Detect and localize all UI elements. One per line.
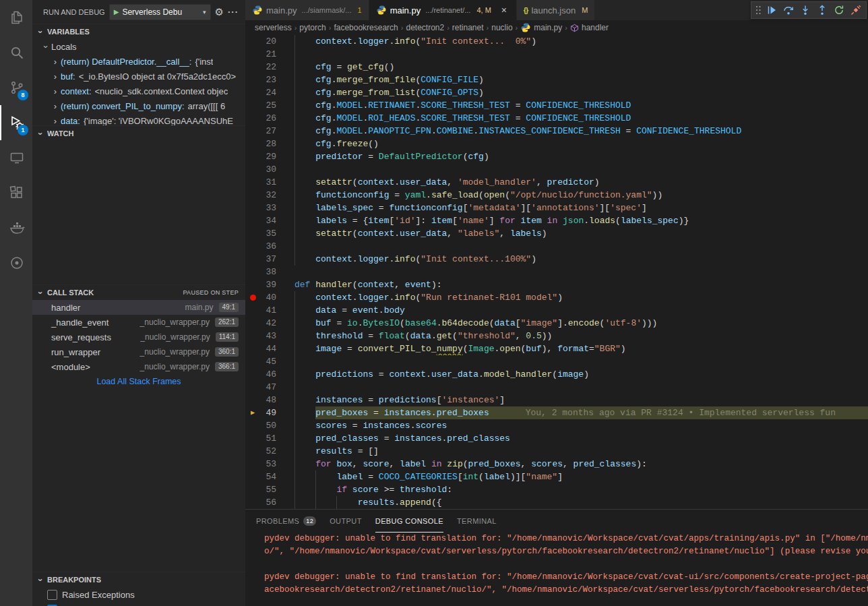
close-icon[interactable]: × — [499, 5, 509, 16]
gutter-glyph[interactable]: ▶ — [245, 410, 260, 417]
code-text[interactable]: cfg = get_cfg() — [276, 61, 868, 73]
code-text[interactable] — [276, 48, 868, 61]
code-text[interactable]: scores = instances.scores — [276, 419, 868, 432]
variable-row[interactable]: ›context:<nuclio_sdk.context.Context obj… — [32, 84, 245, 98]
code-text[interactable] — [276, 355, 868, 368]
debug-restart-button[interactable] — [831, 2, 847, 18]
code-line-45[interactable]: 45 — [245, 355, 868, 368]
code-text[interactable]: results = [] — [276, 445, 868, 458]
code-text[interactable] — [276, 266, 868, 278]
code-text[interactable]: threshold = float(data.get("threshold", … — [276, 330, 868, 342]
code-line-52[interactable]: 52 results = [] — [245, 445, 868, 458]
code-line-37[interactable]: 37 context.logger.info("Init context...1… — [245, 253, 868, 266]
breadcrumb-item[interactable]: detectron2 — [406, 23, 444, 32]
panel-tab-terminal[interactable]: TERMINAL — [457, 510, 497, 533]
code-text[interactable]: labels = {item['id']: item['name'] for i… — [276, 214, 868, 227]
editor-tab-3[interactable]: {}launch.jsonM — [517, 0, 596, 20]
activity-item-remote-explorer[interactable] — [0, 140, 32, 175]
stack-frame-row[interactable]: serve_requests_nuclio_wrapper.py114:1 — [32, 330, 245, 344]
code-text[interactable]: cfg.MODEL.PANOPTIC_FPN.COMBINE.INSTANCES… — [276, 125, 868, 138]
code-text[interactable]: buf = io.BytesIO(base64.b64decode(data["… — [276, 317, 868, 330]
code-text[interactable]: cfg.MODEL.RETINANET.SCORE_THRESH_TEST = … — [276, 99, 868, 112]
breadcrumb-item[interactable]: serverless — [255, 23, 292, 32]
code-text[interactable]: data = event.body — [276, 304, 868, 317]
code-text[interactable]: cfg.freeze() — [276, 138, 868, 150]
debug-continue-button[interactable] — [764, 2, 780, 18]
code-line-20[interactable]: 20 context.logger.info("Init context... … — [245, 35, 868, 48]
activity-item-source-control[interactable]: 8 — [0, 70, 32, 105]
code-text[interactable]: if score >= threshold: — [276, 483, 868, 496]
breadcrumb-item[interactable]: main.py — [520, 22, 562, 33]
activity-item-explorer[interactable] — [0, 0, 32, 35]
gear-icon[interactable]: ⚙ — [215, 7, 224, 17]
breadcrumb-item[interactable]: handler — [570, 23, 609, 32]
code-text[interactable]: functionconfig = yaml.safe_load(open("/o… — [276, 189, 868, 202]
debug-step-over-button[interactable] — [780, 2, 797, 18]
code-line-49[interactable]: ▶49 pred_boxes = instances.pred_boxesYou… — [245, 406, 868, 419]
stack-frame-row[interactable]: <module>_nuclio_wrapper.py366:1 — [32, 359, 245, 374]
activity-item-docker[interactable] — [0, 210, 32, 245]
code-text[interactable]: setattr(context.user_data, 'model_handle… — [276, 176, 868, 189]
code-text[interactable]: labels_spec = functionconfig['metadata']… — [276, 202, 868, 214]
code-line-42[interactable]: 42 buf = io.BytesIO(base64.b64decode(dat… — [245, 317, 868, 330]
code-line-39[interactable]: 39def handler(context, event): — [245, 278, 868, 291]
code-line-26[interactable]: 26 cfg.MODEL.ROI_HEADS.SCORE_THRESH_TEST… — [245, 112, 868, 125]
code-line-21[interactable]: 21 — [245, 48, 868, 61]
variables-scope-row[interactable]: ›Locals — [32, 39, 245, 54]
code-text[interactable]: instances = predictions['instances'] — [276, 394, 868, 406]
editor-tab-1[interactable]: main.py.../siammask/...1 — [245, 0, 369, 20]
code-text[interactable] — [276, 381, 868, 394]
code-text[interactable]: predictor = DefaultPredictor(cfg) — [276, 150, 868, 163]
code-text[interactable]: context.logger.info("Init context... 0%"… — [276, 35, 868, 48]
code-line-40[interactable]: 40 context.logger.info("Run retinanet-R1… — [245, 291, 868, 304]
code-text[interactable]: predictions = context.user_data.model_ha… — [276, 368, 868, 381]
debug-console-output[interactable]: pydev debugger: unable to find translati… — [245, 533, 868, 606]
variable-row[interactable]: ›buf:<_io.BytesIO object at 0x7f5a2dc1ec… — [32, 69, 245, 84]
code-text[interactable]: cfg.merge_from_list(CONFIG_OPTS) — [276, 86, 868, 99]
code-line-54[interactable]: 54 label = COCO_CATEGORIES[int(label)]["… — [245, 471, 868, 483]
debug-step-into-button[interactable] — [797, 2, 813, 18]
code-text[interactable]: context.logger.info("Run retinanet-R101 … — [276, 291, 868, 304]
code-line-33[interactable]: 33 labels_spec = functionconfig['metadat… — [245, 202, 868, 214]
breakpoint-row[interactable]: ✓Uncaught Exceptions — [32, 602, 245, 606]
breadcrumb-item[interactable]: retinanet — [452, 23, 484, 32]
stack-frame-row[interactable]: handlermain.py49:1 — [32, 300, 245, 315]
code-line-32[interactable]: 32 functionconfig = yaml.safe_load(open(… — [245, 189, 868, 202]
code-line-55[interactable]: 55 if score >= threshold: — [245, 483, 868, 496]
debug-gripper-button[interactable] — [753, 2, 763, 18]
call-stack-section-header[interactable]: › CALL STACK PAUSED ON STEP — [32, 285, 245, 300]
variable-row[interactable]: ›(return) convert_PIL_to_numpy:array([[[… — [32, 98, 245, 113]
code-line-48[interactable]: 48 instances = predictions['instances'] — [245, 394, 868, 406]
code-line-28[interactable]: 28 cfg.freeze() — [245, 138, 868, 150]
breadcrumb-item[interactable]: nuclio — [491, 23, 512, 32]
panel-tab-output[interactable]: OUTPUT — [330, 510, 362, 533]
activity-item-circle-tool[interactable] — [0, 245, 32, 280]
breadcrumb-item[interactable]: pytorch — [299, 23, 326, 32]
debug-step-out-button[interactable] — [814, 2, 830, 18]
stack-frame-row[interactable]: run_wrapper_nuclio_wrapper.py360:1 — [32, 344, 245, 359]
code-line-43[interactable]: 43 threshold = float(data.get("threshold… — [245, 330, 868, 342]
activity-item-search[interactable] — [0, 35, 32, 70]
stack-frame-row[interactable]: _handle_event_nuclio_wrapper.py262:1 — [32, 315, 245, 330]
code-line-30[interactable]: 30 — [245, 163, 868, 176]
code-text[interactable]: results.append({ — [276, 496, 868, 509]
code-line-47[interactable]: 47 — [245, 381, 868, 394]
code-text[interactable] — [276, 163, 868, 176]
code-line-23[interactable]: 23 cfg.merge_from_file(CONFIG_FILE) — [245, 73, 868, 86]
code-line-41[interactable]: 41 data = event.body — [245, 304, 868, 317]
code-line-22[interactable]: 22 cfg = get_cfg() — [245, 61, 868, 73]
checkbox-unchecked[interactable] — [47, 590, 57, 600]
breadcrumb-item[interactable]: facebookresearch — [334, 23, 398, 32]
code-text[interactable]: for box, score, label in zip(pred_boxes,… — [276, 458, 868, 471]
watch-section-header[interactable]: › WATCH — [32, 126, 245, 141]
code-line-34[interactable]: 34 labels = {item['id']: item['name'] fo… — [245, 214, 868, 227]
code-line-31[interactable]: 31 setattr(context.user_data, 'model_han… — [245, 176, 868, 189]
start-debug-icon[interactable]: ▶ — [114, 8, 119, 16]
variable-row[interactable]: ›(return) DefaultPredictor.__call__:{'in… — [32, 54, 245, 69]
code-text[interactable]: context.logger.info("Init context...100%… — [276, 253, 868, 266]
code-text[interactable]: label = COCO_CATEGORIES[int(label)]["nam… — [276, 471, 868, 483]
more-actions-icon[interactable]: ··· — [228, 7, 239, 16]
code-line-38[interactable]: 38 — [245, 266, 868, 278]
code-line-27[interactable]: 27 cfg.MODEL.PANOPTIC_FPN.COMBINE.INSTAN… — [245, 125, 868, 138]
code-line-36[interactable]: 36 — [245, 240, 868, 253]
